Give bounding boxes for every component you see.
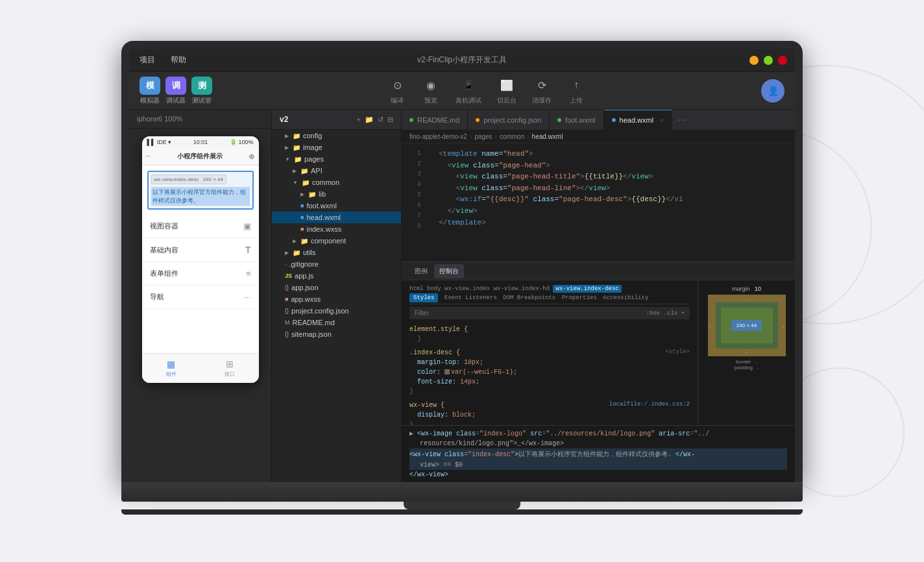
file-name: API: [311, 167, 322, 175]
crumb-body[interactable]: body: [427, 286, 441, 292]
padding-label: padding -: [735, 365, 759, 371]
user-avatar[interactable]: 👤: [761, 79, 784, 103]
file-item-pages[interactable]: ▼ 📁 pages: [272, 153, 401, 165]
file-item-readme[interactable]: M README.md: [272, 317, 401, 328]
maximize-button[interactable]: □: [764, 56, 773, 65]
file-item-api[interactable]: ▶ 📁 API: [272, 165, 401, 177]
highlighted-text: 以下将展示小程序官方组件能力，组件样式仅供参考。: [151, 187, 250, 206]
file-item-app-js[interactable]: JS app.js: [272, 270, 401, 282]
file-name: component: [311, 237, 346, 245]
html-line-4-highlighted: view> == $0: [409, 460, 787, 470]
phone-tab-component[interactable]: ▦ 组件: [142, 356, 201, 380]
code-editor[interactable]: 1 2 3 4 5 6 7 8 <template name="head"> <…: [402, 143, 795, 262]
accessibility-tab[interactable]: Accessibility: [603, 295, 648, 301]
highlight-box: wx-view.index-desc 240 × 44 以下将展示小程序官方组件…: [147, 171, 254, 210]
code-content[interactable]: <template name="head"> <view class="page…: [425, 143, 795, 262]
test-label: 测试管: [192, 96, 212, 105]
laptop-foot: [121, 509, 803, 515]
file-item-index-wxss[interactable]: ■ index.wxss: [272, 223, 401, 235]
phone-tab-api[interactable]: ⊞ 接口: [201, 356, 259, 380]
toolbar-btn-simulator[interactable]: 模 模拟器: [140, 77, 160, 105]
file-name: sitemap.json: [291, 330, 332, 338]
tab-close-icon[interactable]: ×: [660, 117, 664, 124]
crumb-wx-view-index-desc[interactable]: wx-view.index-desc: [553, 285, 621, 293]
menu-project[interactable]: 项目: [137, 53, 158, 67]
phone-section-2[interactable]: 表单组件 ≡: [142, 262, 259, 286]
file-item-sitemap[interactable]: {} sitemap.json: [272, 328, 401, 340]
crumb-wx-view-index-hd[interactable]: wx-view.index-hd: [494, 286, 550, 292]
style-rule-element: element.style { }: [409, 324, 690, 344]
file-item-app-json[interactable]: {} app.json: [272, 282, 401, 293]
breadcrumb-common: common: [500, 133, 524, 140]
preview-action[interactable]: ◉ 预览: [422, 76, 440, 105]
filter-input[interactable]: [415, 310, 641, 317]
tab-foot-wxml[interactable]: foot.wxml: [550, 110, 603, 130]
close-button[interactable]: ×: [778, 56, 787, 65]
laptop-stand: [404, 502, 520, 509]
simulator-label: 模拟器: [140, 96, 160, 105]
tab-project-config[interactable]: project.config.json: [468, 110, 550, 130]
properties-tab[interactable]: Properties: [562, 295, 597, 301]
device-debug-action[interactable]: 📱 真机调试: [456, 76, 481, 105]
toolbar-btn-debugger[interactable]: 调 调试器: [165, 77, 186, 105]
phone-section-0[interactable]: 视图容器 ▣: [142, 215, 259, 238]
breadcrumb-file: head.wxml: [532, 133, 563, 140]
phone-device: ▌▌ IDE ▾ 10:01 🔋 100% ··· 小程序组件展示 ⊕: [142, 136, 259, 383]
file-item-component[interactable]: ▶ 📁 component: [272, 235, 401, 247]
tab-dot: [612, 118, 616, 122]
upload-label: 上传: [570, 96, 583, 105]
folder-icon: 📁: [300, 167, 308, 175]
tab-html[interactable]: 图例: [409, 264, 433, 278]
upload-action[interactable]: ↑ 上传: [567, 76, 585, 105]
time-label: 10:01: [193, 139, 208, 145]
event-listeners-tab[interactable]: Event Listeners: [444, 295, 497, 301]
element-breadcrumb: html body wx-view.index wx-view.index-hd…: [409, 286, 690, 292]
html-line-2: resources/kind/logo.png">_</wx-image>: [409, 439, 787, 448]
margin-left-value: -: [709, 323, 711, 328]
file-item-head-wxml[interactable]: ■ head.wxml: [272, 212, 401, 223]
crumb-html[interactable]: html: [409, 286, 424, 292]
phone-section-3[interactable]: 导航 ···: [142, 286, 259, 309]
debugger-label: 调试器: [166, 96, 186, 105]
html-code-panel[interactable]: html body wx-view.index wx-view.index-hd…: [402, 280, 698, 425]
phone-section-1[interactable]: 基础内容 T: [142, 238, 259, 262]
background-label: 切后台: [497, 96, 517, 105]
preview-icon: ◉: [422, 76, 440, 94]
file-tree-header: v2 + 📁 ↺ ⊟: [272, 110, 401, 130]
arrow-icon: ▶: [293, 238, 297, 244]
file-item-common[interactable]: ▼ 📁 common: [272, 177, 401, 188]
bottom-panel: 图例 控制台 html body wx: [402, 262, 795, 482]
tab-more-button[interactable]: ···: [672, 114, 691, 126]
file-item-image[interactable]: ▶ 📁 image: [272, 141, 401, 153]
compile-action[interactable]: ⊙ 编译: [388, 76, 406, 105]
collapse-icon[interactable]: ⊟: [387, 116, 393, 124]
crumb-wx-view-index[interactable]: wx-view.index: [444, 286, 490, 292]
tab-head-wxml[interactable]: head.wxml ×: [604, 110, 672, 130]
file-item-utils[interactable]: ▶ 📁 utils: [272, 247, 401, 258]
new-file-icon[interactable]: +: [357, 116, 361, 124]
new-folder-icon[interactable]: 📁: [365, 116, 374, 124]
file-item-foot-wxml[interactable]: ■ foot.wxml: [272, 200, 401, 212]
tab-readme[interactable]: README.md: [402, 110, 468, 130]
toolbar-right: 👤: [761, 79, 784, 103]
arrow-icon: ▶: [285, 133, 289, 139]
element-tag: wx-view.index-desc 240 × 44: [151, 175, 227, 184]
file-item-gitignore[interactable]: · .gitignore: [272, 258, 401, 270]
background-action[interactable]: ⬜ 切后台: [497, 76, 517, 105]
clear-cache-action[interactable]: ⟳ 清缓存: [532, 76, 552, 105]
tab-outline[interactable]: 控制台: [434, 264, 464, 278]
device-label: iphone6: [137, 115, 162, 123]
refresh-icon[interactable]: ↺: [378, 116, 383, 124]
arrow-icon: ▶: [300, 191, 304, 197]
toolbar-btn-test[interactable]: 测 测试管: [191, 77, 212, 105]
file-item-config[interactable]: ▶ 📁 config: [272, 130, 401, 141]
menu-help[interactable]: 帮助: [168, 53, 189, 67]
dom-breakpoints-tab[interactable]: DOM Breakpoints: [503, 295, 555, 301]
file-item-app-wxss[interactable]: ■ app.wxss: [272, 293, 401, 305]
file-item-lib[interactable]: ▶ 📁 lib: [272, 188, 401, 200]
minimize-button[interactable]: −: [749, 56, 759, 65]
signal-label: ▌▌ IDE ▾: [147, 139, 172, 145]
section-icon-0: ▣: [243, 221, 251, 231]
styles-tab[interactable]: Styles: [409, 293, 438, 302]
file-item-project-config[interactable]: {} project.config.json: [272, 305, 401, 317]
